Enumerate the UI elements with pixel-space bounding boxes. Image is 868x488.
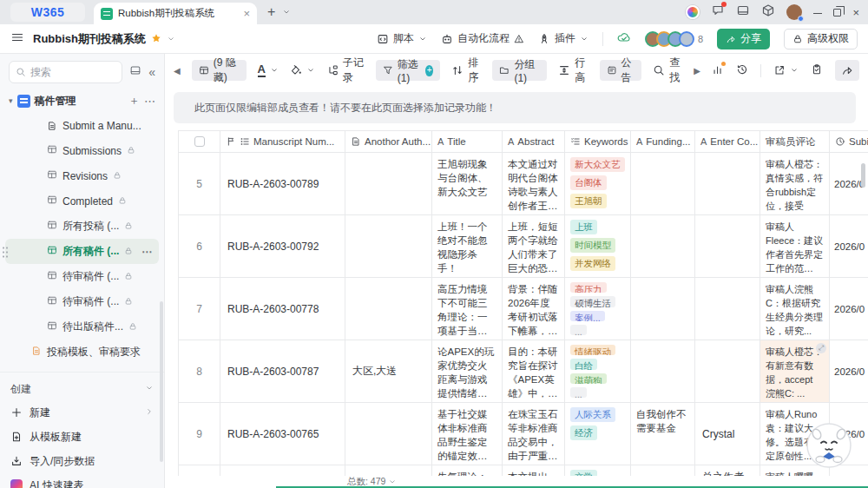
apps-cube-icon[interactable] xyxy=(761,3,775,21)
create-item-0[interactable]: 新建 xyxy=(0,400,164,425)
cell-funding[interactable] xyxy=(631,153,695,214)
cell-enter_co[interactable]: 总之作者信 xyxy=(695,465,760,476)
cell-another_author[interactable]: 大区,大送 xyxy=(345,340,432,402)
plugins-button[interactable]: 插件 xyxy=(538,31,589,46)
cell-another_author[interactable] xyxy=(345,278,432,340)
cell-keywords[interactable]: 情绪驱动白给滋萌狗... xyxy=(565,340,631,402)
section-more-icon[interactable]: ⋯ xyxy=(144,95,155,108)
cell-title[interactable]: 论APEX的玩家优势交火距离与游戏提供情绪价值的... xyxy=(432,340,503,402)
tab-list-caret-icon[interactable] xyxy=(282,4,291,20)
sidebar-scrollbar[interactable] xyxy=(160,301,163,462)
column-header-enter_co[interactable]: AEnter Co... xyxy=(695,131,760,152)
export-button[interactable] xyxy=(773,64,799,76)
collaborator-avatars[interactable]: 8 xyxy=(645,31,703,47)
expand-toolbar-button[interactable]: ▶ xyxy=(694,66,700,76)
sidebar-item-2[interactable]: Revisions xyxy=(5,163,159,188)
cell-enter_co[interactable] xyxy=(695,153,760,214)
cell-num[interactable]: 7 xyxy=(179,278,220,340)
sidebar-item-7[interactable]: 待审稿件 (... xyxy=(5,289,159,314)
cell-num[interactable]: 6 xyxy=(179,215,220,277)
cell-title[interactable]: 高压力情境下不可能三角理论：一项基于当代硕博生... xyxy=(432,278,503,340)
cell-date[interactable]: 2026/0 xyxy=(830,340,868,402)
add-filter-badge[interactable]: + xyxy=(425,65,433,76)
table-scrollbar[interactable] xyxy=(861,163,865,188)
drag-handle[interactable] xyxy=(2,246,9,258)
ai-assistant-icon[interactable] xyxy=(686,5,700,19)
mascot-sticker[interactable] xyxy=(806,422,852,469)
column-header-keywords[interactable]: Keywords xyxy=(565,131,631,152)
cell-another_author[interactable] xyxy=(345,153,432,214)
cell-abstract[interactable]: 本文通过对明代台阁体诗歌与素人创作者王旭... xyxy=(503,153,565,214)
column-header-title[interactable]: ATitle xyxy=(432,131,503,152)
cell-enter_co[interactable] xyxy=(695,340,760,402)
find-button[interactable]: 查找 xyxy=(653,56,682,85)
sidebar-item-9[interactable]: 投稿模板、审稿要求 xyxy=(5,340,159,365)
cell-enter_co[interactable]: Crystal xyxy=(695,403,760,465)
sidebar-item-6[interactable]: 待审稿件 (... xyxy=(5,264,159,289)
search-input[interactable] xyxy=(30,66,91,78)
collapse-sidebar-icon[interactable]: « xyxy=(148,66,155,78)
cell-num[interactable] xyxy=(179,465,220,476)
cell-manuscript[interactable]: RUB-A-2603-00789 xyxy=(220,153,345,214)
font-color-button[interactable]: A xyxy=(258,63,279,78)
cell-manuscript[interactable]: RUB-A-2603-00792 xyxy=(220,215,345,277)
title-caret-icon[interactable] xyxy=(167,31,175,47)
cell-manuscript[interactable] xyxy=(220,465,345,476)
cell-title[interactable]: 上班！一个绝对不能忽视隐形杀手！ xyxy=(432,215,503,277)
new-tab-button[interactable]: + xyxy=(267,4,275,20)
column-header-abstract[interactable]: AAbstract xyxy=(503,131,565,152)
column-header-date[interactable]: Subi... xyxy=(830,131,868,152)
cell-funding[interactable] xyxy=(631,340,695,402)
group-button[interactable]: 分组 (1) xyxy=(492,60,547,81)
w365-logo[interactable]: W365 xyxy=(10,3,85,22)
column-header-another_author[interactable]: Anothor Auth... xyxy=(345,131,432,152)
row-height-button[interactable]: 行高 xyxy=(558,56,588,85)
create-item-1[interactable]: 从模板新建 xyxy=(0,425,164,449)
sidebar-item-0[interactable]: Submit a Manu... xyxy=(5,113,159,138)
cell-funding[interactable] xyxy=(631,465,695,476)
share-button[interactable]: 分享 xyxy=(717,29,770,49)
cell-enter_co[interactable] xyxy=(695,278,760,340)
cell-comment[interactable]: 审稿人浣熊C：根据研究生经典分类理论，研究... xyxy=(760,278,830,340)
column-header-num[interactable] xyxy=(179,131,220,152)
user-avatar[interactable] xyxy=(786,4,802,20)
expand-record-button[interactable]: ⤢ xyxy=(816,343,826,353)
section-caret-icon[interactable]: ▾ xyxy=(9,96,13,105)
cell-manuscript[interactable]: RUB-A-2603-00765 xyxy=(220,403,345,465)
cell-keywords[interactable]: 人际关系经济 xyxy=(565,403,631,465)
cell-abstract[interactable]: 上班，短短两个字就给人们带来了巨大的恐慌... xyxy=(503,215,565,277)
restore-button[interactable] xyxy=(833,7,841,18)
cell-another_author[interactable] xyxy=(345,465,432,476)
cell-comment[interactable]: 审稿人橙芯：真情实感，符合rubbish定位，接受 xyxy=(760,153,830,214)
script-button[interactable]: 脚本 xyxy=(377,31,427,46)
cell-num[interactable]: 8 xyxy=(179,340,220,402)
table-row[interactable]: 7RUB-A-2603-00778高压力情境下不可能三角理论：一项基于当代硕博生… xyxy=(178,278,868,340)
cell-abstract[interactable]: 本文提出“生... xyxy=(503,465,565,476)
clipboard-button[interactable] xyxy=(811,63,823,78)
cell-funding[interactable] xyxy=(631,278,695,340)
cell-funding[interactable]: 自我创作不需要基金 xyxy=(631,403,695,465)
cell-title[interactable]: 生气理论：... xyxy=(432,465,503,476)
cell-enter_co[interactable] xyxy=(695,215,760,277)
sidebar-item-8[interactable]: 待出版稿件... xyxy=(5,314,159,340)
sidebar-section-header[interactable]: ▾ 稿件管理 ＋ ⋯ xyxy=(0,89,164,113)
document-tab[interactable]: Rubbish期刊投稿系统 × xyxy=(94,3,257,24)
table-row[interactable]: 9RUB-A-2603-00765基于社交媒体非标准商品野生鉴定的锚定效应实证研… xyxy=(178,403,868,465)
announcement-button[interactable]: 公告 xyxy=(600,60,642,81)
cell-manuscript[interactable]: RUB-A-2603-00787 xyxy=(220,340,345,402)
cell-keywords[interactable]: 文学 xyxy=(565,465,631,476)
cell-manuscript[interactable]: RUB-A-2603-00778 xyxy=(220,278,345,340)
hidden-fields-badge[interactable]: (9 隐藏) xyxy=(192,60,247,81)
history-button[interactable] xyxy=(736,63,748,78)
select-all-checkbox[interactable] xyxy=(194,136,205,147)
cell-date[interactable]: 2026/0 xyxy=(830,278,868,340)
search-box[interactable] xyxy=(9,61,122,83)
table-row[interactable]: 5RUB-A-2603-00789王旭朝现象与台阁体、新大众文艺本文通过对明代台… xyxy=(178,153,868,215)
sub-records-button[interactable]: 子记录 xyxy=(326,56,365,85)
cell-num[interactable]: 9 xyxy=(179,403,220,465)
advanced-permission-button[interactable]: 高级权限 xyxy=(784,29,858,49)
collapse-panel-button[interactable]: ◀ xyxy=(174,66,181,76)
hamburger-menu-icon[interactable] xyxy=(10,30,24,48)
fill-color-button[interactable] xyxy=(290,64,315,76)
table-row[interactable]: 6RUB-A-2603-00792上班！一个绝对不能忽视隐形杀手！上班，短短两个… xyxy=(178,215,868,278)
